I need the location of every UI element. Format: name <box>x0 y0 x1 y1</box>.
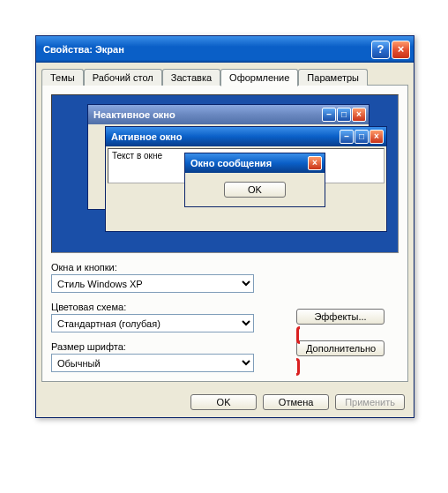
preview-message-body: OK <box>185 173 325 206</box>
tab-desktop[interactable]: Рабочий стол <box>84 69 162 86</box>
preview-inactive-titlebar: Неактивное окно – □ × <box>88 105 369 124</box>
close-icon: × <box>370 130 384 144</box>
preview-ok-button: OK <box>224 182 286 198</box>
advanced-button[interactable]: Дополнительно <box>296 340 385 356</box>
side-buttons: Эффекты... Дополнительно <box>296 309 385 372</box>
display-properties-dialog: Свойства: Экран ? × Темы Рабочий стол За… <box>35 35 414 418</box>
dialog-buttons-bar: OK Отмена Применить <box>36 387 414 417</box>
tab-appearance[interactable]: Оформление <box>220 69 298 86</box>
effects-button[interactable]: Эффекты... <box>296 309 385 325</box>
preview-message-titlebar: Окно сообщения × <box>185 153 325 173</box>
advanced-highlight: Дополнительно <box>296 326 385 376</box>
tab-screensaver[interactable]: Заставка <box>162 69 220 86</box>
maximize-icon: □ <box>337 108 351 122</box>
help-button[interactable]: ? <box>371 41 390 59</box>
preview-active-titlebar: Активное окно – □ × <box>106 127 386 146</box>
dialog-title: Свойства: Экран <box>43 44 370 55</box>
minimize-icon: – <box>322 108 336 122</box>
cancel-button[interactable]: Отмена <box>263 394 329 410</box>
apply-button[interactable]: Применить <box>335 394 405 410</box>
preview-message-box: Окно сообщения × OK <box>184 153 325 207</box>
close-button[interactable]: × <box>392 41 410 59</box>
close-icon: × <box>352 108 366 122</box>
font-size-select[interactable]: Обычный <box>51 354 254 372</box>
tab-themes[interactable]: Темы <box>41 69 84 86</box>
appearance-panel: Неактивное окно – □ × Активное окно – □ … <box>41 85 408 382</box>
tab-settings[interactable]: Параметры <box>298 69 368 86</box>
windows-buttons-label: Окна и кнопки: <box>51 262 399 273</box>
close-icon: × <box>308 156 322 170</box>
color-scheme-select[interactable]: Стандартная (голубая) <box>51 314 254 332</box>
preview-message-title: Окно сообщения <box>190 158 307 168</box>
ok-button[interactable]: OK <box>190 394 257 410</box>
maximize-icon: □ <box>355 130 369 144</box>
tabs-bar: Темы Рабочий стол Заставка Оформление Па… <box>36 63 414 85</box>
windows-buttons-row: Окна и кнопки: Стиль Windows XP <box>51 262 399 293</box>
controls-area: Окна и кнопки: Стиль Windows XP Цветовая… <box>51 262 399 372</box>
preview-active-title: Активное окно <box>111 131 339 142</box>
minimize-icon: – <box>340 130 354 144</box>
windows-buttons-select[interactable]: Стиль Windows XP <box>51 274 254 293</box>
preview-inactive-title: Неактивное окно <box>93 109 321 120</box>
dialog-titlebar[interactable]: Свойства: Экран ? × <box>36 36 414 63</box>
preview-area: Неактивное окно – □ × Активное окно – □ … <box>51 94 399 253</box>
